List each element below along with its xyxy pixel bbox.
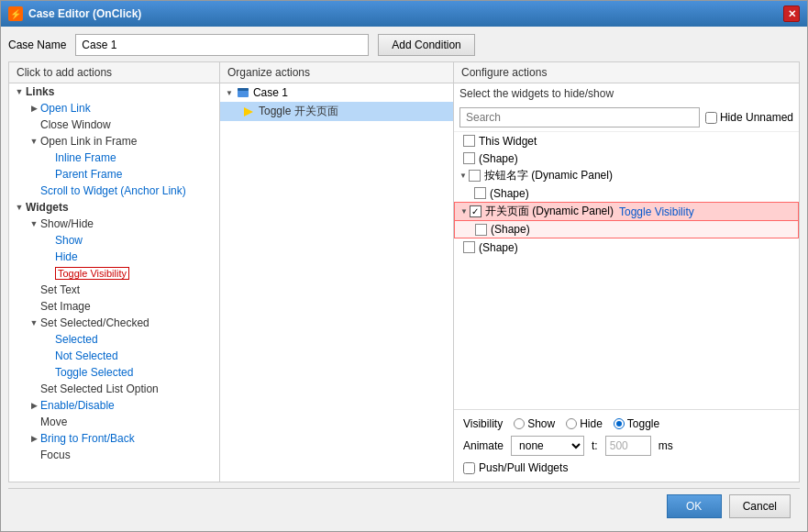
sidebar-item-show[interactable]: Show (9, 232, 219, 249)
right-subheader: Select the widgets to hide/show (454, 83, 799, 104)
radio-circle-toggle[interactable] (614, 418, 625, 429)
widget-row-this[interactable]: This Widget (454, 132, 799, 150)
spacer-icon (42, 234, 55, 247)
radio-hide-label: Hide (580, 417, 603, 430)
spacer-icon (42, 250, 55, 263)
sidebar-item-parent-frame[interactable]: Parent Frame (9, 166, 219, 183)
sidebar-item-selected[interactable]: Selected (9, 331, 219, 348)
widget-row-shape4[interactable]: (Shape) (454, 238, 799, 256)
bottom-bar: OK Cancel (8, 488, 800, 524)
sidebar-item-move[interactable]: Move (9, 414, 219, 430)
animate-ms-input[interactable] (605, 436, 651, 456)
sidebar-item-hide[interactable]: Hide (9, 249, 219, 265)
sidebar-item-close-window[interactable]: Close Window (9, 116, 219, 133)
middle-case-item[interactable]: ▼ Case 1 (220, 83, 453, 102)
expand-icon: ▼ (460, 207, 468, 216)
spacer-icon (28, 416, 40, 428)
sidebar-item-widgets[interactable]: ▼ Widgets (9, 199, 219, 216)
middle-action-item[interactable]: Toggle 开关页面 (220, 102, 453, 121)
sidebar-item-set-text[interactable]: Set Text (9, 282, 219, 298)
animate-select[interactable]: none (511, 436, 584, 456)
push-pull-checkbox[interactable] (463, 462, 475, 474)
title-bar: ⚡ Case Editor (OnClick) ✕ (1, 1, 807, 27)
sidebar-item-enable-disable[interactable]: ▶ Enable/Disable (9, 397, 219, 414)
svg-rect-1 (238, 88, 249, 91)
case-label: Case 1 (253, 86, 288, 99)
sidebar-item-set-list[interactable]: Set Selected List Option (9, 381, 219, 397)
sidebar-item-open-link-frame[interactable]: ▼ Open Link in Frame (9, 133, 219, 150)
radio-toggle[interactable]: Toggle (614, 417, 659, 430)
push-pull-label: Push/Pull Widgets (479, 461, 568, 474)
widget-search-input[interactable] (459, 107, 700, 127)
widget-checkbox-shape4[interactable] (463, 241, 475, 253)
sidebar-item-scroll-to-widget[interactable]: Scroll to Widget (Anchor Link) (9, 183, 219, 199)
expand-icon: ▼ (28, 316, 40, 329)
radio-show[interactable]: Show (514, 417, 555, 430)
radio-toggle-label: Toggle (627, 417, 659, 430)
radio-hide[interactable]: Hide (566, 417, 603, 430)
sidebar-item-links[interactable]: ▼ Links (9, 83, 219, 100)
case-icon (237, 86, 249, 99)
cancel-button[interactable]: Cancel (729, 494, 791, 518)
animate-label: Animate (463, 439, 504, 452)
widget-row-dynpanel[interactable]: ▼ 按钮名字 (Dynamic Panel) (454, 167, 799, 184)
search-bar: Hide Unnamed (454, 104, 799, 132)
spacer-icon (42, 366, 55, 379)
action-icon (242, 105, 255, 118)
sidebar-item-open-link[interactable]: ▶ Open Link (9, 100, 219, 116)
expand-icon: ▼ (28, 135, 40, 148)
window-title: Case Editor (OnClick) (28, 7, 141, 20)
radio-circle-hide[interactable] (566, 418, 577, 429)
widget-row-shape2[interactable]: (Shape) (454, 184, 799, 202)
expand-icon: ▶ (28, 432, 40, 445)
sidebar-item-inline-frame[interactable]: Inline Frame (9, 150, 219, 166)
case-name-label: Case Name (8, 39, 66, 51)
radio-circle-show[interactable] (514, 418, 525, 429)
toggle-vis-action-label: Toggle Visibility (619, 205, 694, 218)
add-condition-button[interactable]: Add Condition (378, 34, 474, 56)
widget-checkbox-shape1[interactable] (463, 152, 475, 164)
widget-checkbox-switch[interactable]: ✓ (470, 205, 481, 217)
radio-show-label: Show (527, 417, 555, 430)
spacer-icon (28, 184, 40, 197)
ok-button[interactable]: OK (667, 494, 722, 518)
sidebar-item-toggle-selected[interactable]: Toggle Selected (9, 364, 219, 381)
t-label: t: (592, 439, 598, 452)
left-panel-header: Click to add actions (9, 62, 219, 83)
expand-icon: ▼ (28, 217, 40, 230)
widget-checkbox-this[interactable] (463, 135, 475, 147)
expand-icon: ▼ (459, 172, 467, 180)
sidebar-item-not-selected[interactable]: Not Selected (9, 348, 219, 364)
middle-panel: Organize actions ▼ Case 1 (220, 62, 454, 482)
expand-icon: ▶ (28, 102, 40, 115)
expand-tri-icon: ▼ (226, 89, 233, 97)
hide-unnamed-checkbox[interactable] (705, 112, 717, 124)
widget-label-this: This Widget (479, 135, 537, 148)
case-name-input[interactable] (75, 34, 369, 56)
sidebar-item-set-selected[interactable]: ▼ Set Selected/Checked (9, 315, 219, 331)
sidebar-item-set-image[interactable]: Set Image (9, 298, 219, 315)
widget-checkbox-shape2[interactable] (474, 187, 486, 199)
widget-row-switch[interactable]: ▼ ✓ 开关页面 (Dynamic Panel) Toggle Visibili… (454, 202, 799, 221)
widget-row-shape3[interactable]: (Shape) (454, 221, 799, 238)
hide-unnamed-group: Hide Unnamed (705, 111, 793, 124)
widget-label-shape3: (Shape) (491, 223, 530, 236)
visibility-label: Visibility (463, 417, 503, 430)
hide-unnamed-label: Hide Unnamed (720, 111, 793, 124)
sidebar-item-show-hide[interactable]: ▼ Show/Hide (9, 216, 219, 232)
main-panels: Click to add actions ▼ Links ▶ Open Link (8, 61, 800, 482)
spacer-icon (28, 283, 40, 296)
visibility-row: Visibility Show Hide (463, 417, 790, 430)
sidebar-item-toggle-visibility[interactable]: Toggle Visibility (9, 265, 219, 282)
window-close-button[interactable]: ✕ (783, 6, 800, 22)
sidebar-item-focus[interactable]: Focus (9, 447, 219, 463)
spacer-icon (42, 267, 55, 280)
sidebar-item-bring-front[interactable]: ▶ Bring to Front/Back (9, 430, 219, 447)
widget-row-shape1[interactable]: (Shape) (454, 150, 799, 167)
widget-label-switch: 开关页面 (Dynamic Panel) (485, 204, 614, 219)
widget-label-shape1: (Shape) (479, 152, 518, 165)
spacer-icon (28, 300, 40, 313)
widget-checkbox-shape3[interactable] (475, 224, 487, 236)
widget-checkbox-dynpanel[interactable] (469, 170, 481, 182)
expand-icon: ▼ (13, 85, 26, 98)
